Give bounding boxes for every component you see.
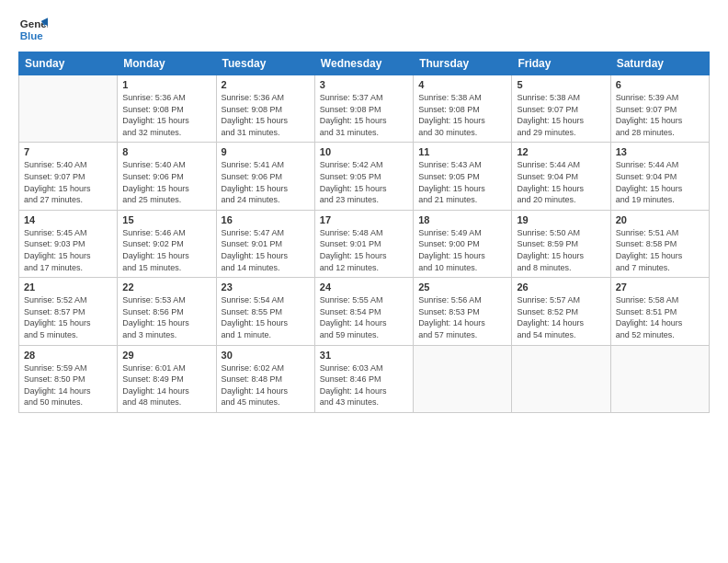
day-info: Sunrise: 5:56 AM Sunset: 8:53 PM Dayligh…: [418, 294, 506, 340]
day-number: 28: [24, 350, 112, 361]
day-number: 6: [616, 79, 704, 90]
calendar-cell: 8Sunrise: 5:40 AM Sunset: 9:06 PM Daylig…: [118, 143, 216, 210]
day-info: Sunrise: 5:47 AM Sunset: 9:01 PM Dayligh…: [222, 227, 310, 273]
day-info: Sunrise: 5:50 AM Sunset: 8:59 PM Dayligh…: [517, 227, 605, 273]
day-info: Sunrise: 5:40 AM Sunset: 9:07 PM Dayligh…: [24, 159, 112, 205]
day-number: 16: [222, 214, 310, 225]
day-info: Sunrise: 5:38 AM Sunset: 9:07 PM Dayligh…: [517, 92, 605, 138]
calendar-cell: 27Sunrise: 5:58 AM Sunset: 8:51 PM Dayli…: [610, 278, 709, 345]
day-number: 22: [122, 282, 210, 293]
day-info: Sunrise: 6:02 AM Sunset: 8:48 PM Dayligh…: [222, 362, 310, 408]
calendar-cell: 24Sunrise: 5:55 AM Sunset: 8:54 PM Dayli…: [314, 278, 413, 345]
calendar-cell: 17Sunrise: 5:48 AM Sunset: 9:01 PM Dayli…: [314, 210, 413, 277]
header: General Blue: [18, 15, 710, 44]
day-info: Sunrise: 5:40 AM Sunset: 9:06 PM Dayligh…: [122, 159, 210, 205]
calendar-cell: [19, 75, 118, 143]
calendar-cell: 25Sunrise: 5:56 AM Sunset: 8:53 PM Dayli…: [414, 278, 512, 345]
day-info: Sunrise: 5:53 AM Sunset: 8:56 PM Dayligh…: [122, 294, 210, 340]
day-info: Sunrise: 5:46 AM Sunset: 9:02 PM Dayligh…: [122, 227, 210, 273]
calendar-week-row: 21Sunrise: 5:52 AM Sunset: 8:57 PM Dayli…: [19, 278, 710, 345]
day-info: Sunrise: 5:36 AM Sunset: 9:08 PM Dayligh…: [122, 92, 210, 138]
calendar-header-row: SundayMondayTuesdayWednesdayThursdayFrid…: [19, 52, 710, 75]
calendar-cell: 23Sunrise: 5:54 AM Sunset: 8:55 PM Dayli…: [216, 278, 314, 345]
day-number: 15: [122, 214, 210, 225]
calendar-cell: 14Sunrise: 5:45 AM Sunset: 9:03 PM Dayli…: [19, 210, 118, 277]
day-number: 31: [320, 350, 408, 361]
day-number: 24: [320, 282, 408, 293]
calendar-weekday-thursday: Thursday: [414, 52, 512, 75]
day-number: 2: [222, 79, 310, 90]
calendar-weekday-wednesday: Wednesday: [314, 52, 413, 75]
day-info: Sunrise: 5:37 AM Sunset: 9:08 PM Dayligh…: [320, 92, 408, 138]
calendar-weekday-sunday: Sunday: [19, 52, 118, 75]
day-number: 9: [222, 146, 310, 157]
calendar-weekday-tuesday: Tuesday: [216, 52, 314, 75]
calendar-cell: 29Sunrise: 6:01 AM Sunset: 8:49 PM Dayli…: [118, 345, 216, 412]
day-info: Sunrise: 5:51 AM Sunset: 8:58 PM Dayligh…: [616, 227, 704, 273]
day-number: 18: [418, 214, 506, 225]
calendar-cell: 30Sunrise: 6:02 AM Sunset: 8:48 PM Dayli…: [216, 345, 314, 412]
day-number: 23: [222, 282, 310, 293]
day-number: 25: [418, 282, 506, 293]
calendar-cell: 9Sunrise: 5:41 AM Sunset: 9:06 PM Daylig…: [216, 143, 314, 210]
day-info: Sunrise: 5:39 AM Sunset: 9:07 PM Dayligh…: [616, 92, 704, 138]
calendar-cell: 21Sunrise: 5:52 AM Sunset: 8:57 PM Dayli…: [19, 278, 118, 345]
svg-text:Blue: Blue: [20, 30, 44, 41]
day-info: Sunrise: 5:48 AM Sunset: 9:01 PM Dayligh…: [320, 227, 408, 273]
day-number: 4: [418, 79, 506, 90]
calendar-table: SundayMondayTuesdayWednesdayThursdayFrid…: [18, 52, 710, 413]
calendar-weekday-monday: Monday: [118, 52, 216, 75]
day-info: Sunrise: 5:55 AM Sunset: 8:54 PM Dayligh…: [320, 294, 408, 340]
day-info: Sunrise: 5:45 AM Sunset: 9:03 PM Dayligh…: [24, 227, 112, 273]
day-number: 26: [517, 282, 605, 293]
calendar-cell: 6Sunrise: 5:39 AM Sunset: 9:07 PM Daylig…: [610, 75, 709, 143]
calendar-cell: 4Sunrise: 5:38 AM Sunset: 9:08 PM Daylig…: [414, 75, 512, 143]
day-info: Sunrise: 5:58 AM Sunset: 8:51 PM Dayligh…: [616, 294, 704, 340]
calendar-cell: 26Sunrise: 5:57 AM Sunset: 8:52 PM Dayli…: [512, 278, 610, 345]
calendar-cell: 12Sunrise: 5:44 AM Sunset: 9:04 PM Dayli…: [512, 143, 610, 210]
calendar-cell: 11Sunrise: 5:43 AM Sunset: 9:05 PM Dayli…: [414, 143, 512, 210]
day-info: Sunrise: 6:03 AM Sunset: 8:46 PM Dayligh…: [320, 362, 408, 408]
calendar-cell: 13Sunrise: 5:44 AM Sunset: 9:04 PM Dayli…: [610, 143, 709, 210]
day-number: 11: [418, 146, 506, 157]
day-number: 21: [24, 282, 112, 293]
calendar-cell: 15Sunrise: 5:46 AM Sunset: 9:02 PM Dayli…: [118, 210, 216, 277]
day-info: Sunrise: 5:43 AM Sunset: 9:05 PM Dayligh…: [418, 159, 506, 205]
day-info: Sunrise: 5:41 AM Sunset: 9:06 PM Dayligh…: [222, 159, 310, 205]
day-number: 17: [320, 214, 408, 225]
calendar-weekday-friday: Friday: [512, 52, 610, 75]
calendar-cell: 19Sunrise: 5:50 AM Sunset: 8:59 PM Dayli…: [512, 210, 610, 277]
day-number: 19: [517, 214, 605, 225]
calendar-week-row: 14Sunrise: 5:45 AM Sunset: 9:03 PM Dayli…: [19, 210, 710, 277]
day-info: Sunrise: 6:01 AM Sunset: 8:49 PM Dayligh…: [122, 362, 210, 408]
logo-icon: General Blue: [18, 15, 48, 44]
calendar-cell: 31Sunrise: 6:03 AM Sunset: 8:46 PM Dayli…: [314, 345, 413, 412]
calendar-cell: 20Sunrise: 5:51 AM Sunset: 8:58 PM Dayli…: [610, 210, 709, 277]
day-number: 3: [320, 79, 408, 90]
day-number: 13: [616, 146, 704, 157]
day-number: 7: [24, 146, 112, 157]
calendar-week-row: 28Sunrise: 5:59 AM Sunset: 8:50 PM Dayli…: [19, 345, 710, 412]
calendar-cell: [610, 345, 709, 412]
day-info: Sunrise: 5:52 AM Sunset: 8:57 PM Dayligh…: [24, 294, 112, 340]
day-number: 29: [122, 350, 210, 361]
calendar-cell: 5Sunrise: 5:38 AM Sunset: 9:07 PM Daylig…: [512, 75, 610, 143]
day-number: 12: [517, 146, 605, 157]
day-info: Sunrise: 5:54 AM Sunset: 8:55 PM Dayligh…: [222, 294, 310, 340]
day-info: Sunrise: 5:38 AM Sunset: 9:08 PM Dayligh…: [418, 92, 506, 138]
calendar-cell: 22Sunrise: 5:53 AM Sunset: 8:56 PM Dayli…: [118, 278, 216, 345]
calendar-week-row: 1Sunrise: 5:36 AM Sunset: 9:08 PM Daylig…: [19, 75, 710, 143]
day-info: Sunrise: 5:42 AM Sunset: 9:05 PM Dayligh…: [320, 159, 408, 205]
calendar-week-row: 7Sunrise: 5:40 AM Sunset: 9:07 PM Daylig…: [19, 143, 710, 210]
day-number: 8: [122, 146, 210, 157]
day-info: Sunrise: 5:59 AM Sunset: 8:50 PM Dayligh…: [24, 362, 112, 408]
day-number: 10: [320, 146, 408, 157]
calendar-cell: 3Sunrise: 5:37 AM Sunset: 9:08 PM Daylig…: [314, 75, 413, 143]
calendar-cell: 1Sunrise: 5:36 AM Sunset: 9:08 PM Daylig…: [118, 75, 216, 143]
day-number: 1: [122, 79, 210, 90]
calendar-weekday-saturday: Saturday: [610, 52, 709, 75]
day-info: Sunrise: 5:44 AM Sunset: 9:04 PM Dayligh…: [517, 159, 605, 205]
day-info: Sunrise: 5:49 AM Sunset: 9:00 PM Dayligh…: [418, 227, 506, 273]
day-number: 5: [517, 79, 605, 90]
day-number: 14: [24, 214, 112, 225]
